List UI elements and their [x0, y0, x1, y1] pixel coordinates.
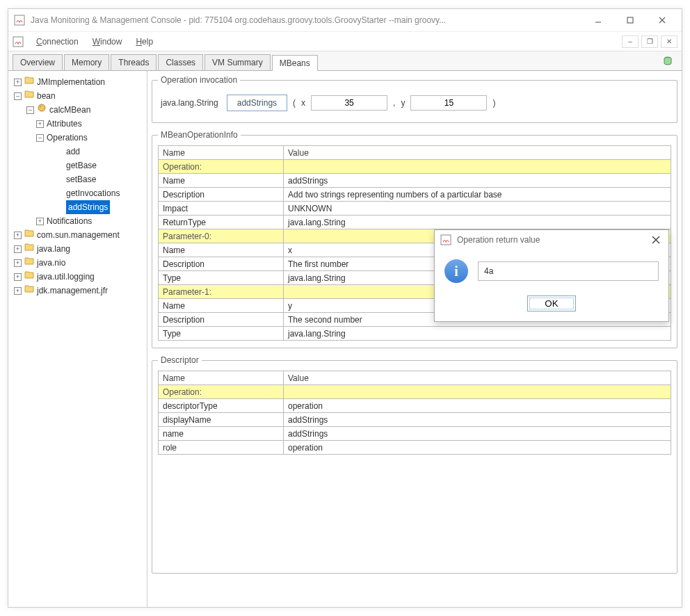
mbeaninfo-legend: MBeanOperationInfo [158, 130, 241, 140]
param-x-input[interactable] [311, 95, 387, 111]
tree-node-jmimpl[interactable]: JMImplementation [37, 75, 105, 89]
expand-icon[interactable]: + [14, 273, 22, 281]
row-p0type-key: Type [159, 271, 284, 285]
tree-op-getbase[interactable]: getBase [66, 159, 97, 172]
close-button[interactable] [652, 13, 672, 28]
param-y-label: y [401, 98, 405, 108]
row-dtype-key: descriptorType [159, 399, 284, 413]
paren-close: ) [492, 98, 495, 108]
tree-node-bean[interactable]: bean [37, 89, 56, 103]
tree-node-javanio[interactable]: java.nio [37, 256, 65, 270]
col-name: Name [159, 371, 284, 385]
section-operation: Operation: [159, 385, 284, 399]
tab-mbeans[interactable]: MBeans [272, 55, 318, 71]
tree-node-jdkjfr[interactable]: jdk.management.jfr [37, 284, 108, 298]
col-value: Value [284, 371, 671, 385]
internal-window-controls: – ❐ ✕ [622, 35, 677, 48]
row-desc-key: Description [159, 188, 284, 202]
collapse-icon[interactable]: – [26, 106, 34, 114]
return-value-field[interactable]: 4a [478, 261, 659, 281]
folder-icon [24, 228, 34, 242]
internal-minimize-button[interactable]: – [622, 35, 639, 48]
tree-node-notifications[interactable]: Notifications [47, 214, 92, 228]
tab-classes[interactable]: Classes [158, 54, 203, 70]
menu-window[interactable]: Window [93, 37, 122, 47]
svg-point-8 [40, 106, 41, 107]
connect-icon[interactable] [658, 54, 677, 70]
collapse-icon[interactable]: – [14, 92, 22, 100]
return-value-dialog: Operation return value i 4a OK [434, 229, 669, 322]
internal-restore-button[interactable]: ❐ [641, 35, 658, 48]
invoke-button[interactable]: addStrings [227, 95, 287, 111]
tree-op-getinvocations[interactable]: getInvocations [66, 186, 120, 200]
param-y-input[interactable] [410, 95, 487, 111]
tree-node-operations[interactable]: Operations [47, 131, 88, 145]
folder-icon [24, 284, 34, 298]
section-p0: Parameter-0: [159, 229, 284, 243]
tree-node-attributes[interactable]: Attributes [47, 117, 82, 131]
folder-icon [24, 256, 34, 270]
tree-op-add[interactable]: add [66, 145, 80, 159]
row-rtype-val: java.lang.String [284, 216, 671, 229]
menu-help[interactable]: Help [136, 37, 153, 47]
row-p1type-key: Type [159, 327, 284, 341]
expand-icon[interactable]: + [14, 245, 22, 253]
row-dtype-val: operation [284, 399, 671, 413]
minimize-button[interactable] [588, 13, 608, 28]
expand-icon[interactable]: + [36, 120, 44, 128]
tree-op-setbase[interactable]: setBase [66, 172, 96, 186]
tree-node-comsun[interactable]: com.sun.management [37, 228, 120, 242]
folder-icon [24, 75, 34, 89]
tab-vmsummary[interactable]: VM Summary [204, 54, 271, 70]
comma: , [393, 98, 395, 108]
mbean-tree[interactable]: +JMImplementation –bean –calcMBean +Attr… [8, 71, 147, 607]
row-name-key: Name [159, 174, 284, 188]
svg-rect-0 [15, 15, 24, 25]
return-value-text: 4a [484, 266, 493, 276]
internal-close-button[interactable]: ✕ [661, 35, 677, 48]
app-icon [440, 234, 451, 245]
window-controls [588, 13, 676, 28]
expand-icon[interactable]: + [14, 79, 22, 86]
maximize-button[interactable] [620, 13, 640, 28]
tabbar: Overview Memory Threads Classes VM Summa… [8, 51, 682, 71]
tree-node-calcmbean[interactable]: calcMBean [49, 103, 90, 117]
content: +JMImplementation –bean –calcMBean +Attr… [8, 71, 682, 607]
titlebar: Java Monitoring & Management Console - p… [8, 9, 682, 31]
paren-open: ( [293, 98, 296, 108]
menu-connection[interactable]: Connection [36, 37, 79, 47]
operation-invocation-group: Operation invocation java.lang.String ad… [152, 75, 677, 123]
row-p0name-key: Name [159, 243, 284, 257]
tree-node-javalang[interactable]: java.lang [37, 242, 70, 256]
row-name-key: name [159, 427, 284, 441]
bean-icon [37, 103, 47, 117]
tab-threads[interactable]: Threads [111, 54, 157, 70]
dialog-close-button[interactable] [649, 233, 663, 247]
row-p1desc-key: Description [159, 313, 284, 327]
row-impact-val: UNKNOWN [284, 202, 671, 216]
row-name-val: addStrings [284, 427, 671, 441]
descriptor-empty-area [158, 455, 671, 566]
tab-memory[interactable]: Memory [64, 54, 109, 70]
expand-icon[interactable]: + [14, 232, 22, 239]
tab-overview[interactable]: Overview [13, 54, 63, 70]
collapse-icon[interactable]: – [36, 134, 44, 142]
return-type-label: java.lang.String [161, 98, 218, 108]
menubar: Connection Window Help – ❐ ✕ [8, 31, 682, 51]
row-dname-val: addStrings [284, 413, 671, 427]
expand-icon[interactable]: + [14, 287, 22, 295]
expand-icon[interactable]: + [14, 259, 22, 267]
expand-icon[interactable]: + [36, 218, 44, 225]
row-p1name-key: Name [159, 299, 284, 313]
row-role-key: role [159, 441, 284, 455]
window-title: Java Monitoring & Management Console - p… [31, 15, 588, 25]
col-value: Value [284, 146, 671, 160]
folder-icon [24, 270, 34, 284]
svg-rect-9 [441, 235, 451, 245]
row-name-val: addStrings [284, 174, 671, 188]
tree-node-javalogging[interactable]: java.util.logging [37, 270, 95, 284]
svg-rect-2 [627, 17, 633, 23]
descriptor-table: NameValue Operation: descriptorTypeopera… [158, 371, 671, 455]
tree-op-addstrings[interactable]: addStrings [66, 200, 110, 214]
ok-button[interactable]: OK [527, 295, 575, 311]
